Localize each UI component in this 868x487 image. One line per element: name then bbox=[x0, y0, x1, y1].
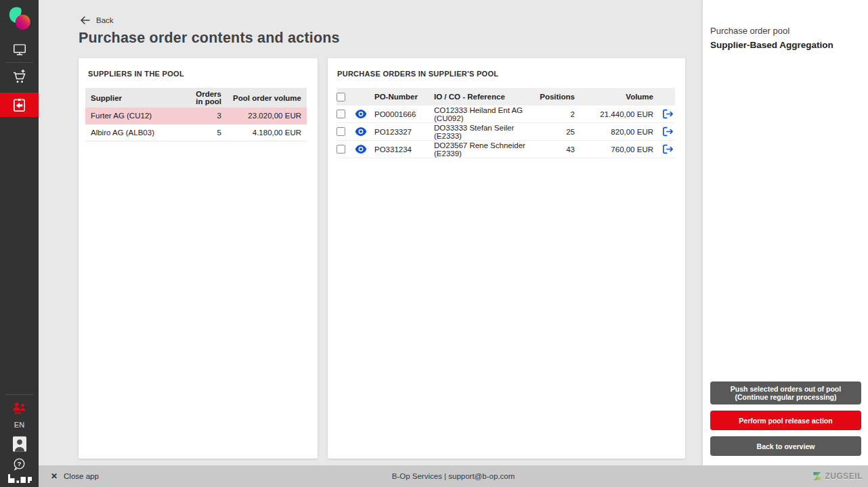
orders-table-header: PO-Number IO / CO - Reference Positions … bbox=[337, 88, 675, 106]
back-button[interactable]: Back bbox=[81, 16, 114, 24]
perform-pool-release-button[interactable]: Perform pool release action bbox=[710, 411, 861, 430]
po-positions: 43 bbox=[533, 145, 575, 154]
push-out-icon[interactable] bbox=[662, 126, 674, 137]
row-checkbox[interactable] bbox=[337, 110, 345, 118]
sidebar-item-purchasing[interactable] bbox=[0, 66, 39, 88]
close-app-label: Close app bbox=[64, 472, 99, 480]
view-order-eye-icon[interactable] bbox=[355, 127, 367, 136]
col-header-volume: Volume bbox=[575, 93, 653, 101]
supplier-name: Furter AG (CU12) bbox=[85, 112, 179, 120]
po-number: PO0001666 bbox=[374, 110, 434, 118]
panel-subtitle: Purchase order pool bbox=[710, 26, 789, 36]
back-label: Back bbox=[96, 16, 114, 24]
col-header-supplier: Supplier bbox=[85, 94, 179, 102]
supplier-pool-volume: 23.020,00 EUR bbox=[221, 112, 307, 120]
po-reference: DO23567 Rene Schneider (E2339) bbox=[434, 141, 533, 158]
row-checkbox[interactable] bbox=[337, 127, 345, 136]
panel-title-aggregation: Supplier-Based Aggregation bbox=[710, 40, 833, 50]
monitor-icon bbox=[12, 42, 27, 57]
push-out-icon[interactable] bbox=[662, 109, 674, 119]
sidebar-item-help[interactable]: ? bbox=[0, 456, 39, 472]
po-number: PO331234 bbox=[374, 145, 434, 154]
col-header-orders-in-pool: Orders in pool bbox=[196, 91, 221, 106]
close-app-button[interactable]: ✕ Close app bbox=[51, 471, 99, 481]
suppliers-panel-title: SUPPLIERS IN THE POOL bbox=[79, 58, 318, 78]
zugseil-logo: ZUGSEIL bbox=[812, 471, 863, 481]
sidebar: EN ? bbox=[0, 0, 39, 487]
supplier-orders-count: 5 bbox=[179, 129, 221, 137]
sidebar-item-user-switch[interactable] bbox=[0, 400, 39, 417]
po-volume: 21.440,00 EUR bbox=[575, 110, 653, 118]
back-to-overview-button[interactable]: Back to overview bbox=[710, 436, 861, 456]
zugseil-z-icon bbox=[812, 471, 822, 481]
footer-bar: ✕ Close app B-Op Services | support@b-op… bbox=[39, 465, 868, 487]
action-panel: Purchase order pool Supplier-Based Aggre… bbox=[703, 0, 868, 465]
col-header-positions: Positions bbox=[533, 93, 575, 101]
footer-support-text: B-Op Services | support@b-op.com bbox=[39, 472, 868, 480]
order-row: PO123327 DO33333 Stefan Seiler (E2333) 2… bbox=[337, 123, 675, 141]
back-arrow-icon bbox=[81, 16, 90, 24]
po-positions: 2 bbox=[533, 110, 575, 118]
purchase-orders-table: PO-Number IO / CO - Reference Positions … bbox=[337, 88, 675, 158]
suppliers-panel: SUPPLIERS IN THE POOL Supplier Orders in… bbox=[79, 58, 318, 459]
app-logo bbox=[0, 5, 39, 32]
supplier-name: Albiro AG (ALB03) bbox=[85, 129, 179, 137]
po-volume: 760,00 EUR bbox=[575, 145, 653, 154]
supplier-orders-count: 3 bbox=[179, 112, 221, 120]
language-switcher[interactable]: EN bbox=[0, 419, 39, 431]
col-header-po-number: PO-Number bbox=[374, 93, 434, 101]
po-reference: DO33333 Stefan Seiler (E2333) bbox=[434, 124, 533, 140]
avatar-icon bbox=[13, 436, 26, 452]
help-icon: ? bbox=[12, 457, 26, 471]
po-positions: 25 bbox=[533, 128, 575, 136]
supplier-row[interactable]: Albiro AG (ALB03) 5 4.180,00 EUR bbox=[85, 124, 307, 141]
col-header-reference: IO / CO - Reference bbox=[434, 93, 533, 101]
bop-logo bbox=[0, 473, 39, 484]
page-title: Purchase order contents and actions bbox=[79, 30, 340, 47]
svg-text:?: ? bbox=[18, 460, 22, 467]
view-order-eye-icon[interactable] bbox=[355, 110, 367, 118]
orders-panel-title: PURCHASE ORDERS IN SUPPLIER'S POOL bbox=[328, 58, 685, 78]
view-order-eye-icon[interactable] bbox=[355, 145, 367, 154]
close-icon: ✕ bbox=[51, 471, 58, 481]
clipboard-return-icon bbox=[12, 97, 27, 113]
suppliers-table-header: Supplier Orders in pool Pool order volum… bbox=[85, 88, 307, 108]
sidebar-divider-bottom bbox=[5, 394, 33, 395]
users-transfer-icon bbox=[11, 402, 28, 415]
purchase-orders-panel: PURCHASE ORDERS IN SUPPLIER'S POOL PO-Nu… bbox=[328, 58, 685, 459]
sidebar-divider-top bbox=[5, 62, 33, 63]
push-out-icon[interactable] bbox=[662, 144, 674, 154]
po-number: PO123327 bbox=[374, 128, 434, 136]
order-row: PO0001666 CO12333 Heiland Ent AG (CU092)… bbox=[337, 106, 675, 123]
supplier-pool-volume: 4.180,00 EUR bbox=[221, 129, 307, 137]
row-checkbox[interactable] bbox=[337, 145, 345, 154]
sidebar-item-desktop[interactable] bbox=[0, 39, 39, 60]
push-selected-orders-button[interactable]: Push selected orders out of pool (Contin… bbox=[710, 381, 861, 404]
sidebar-item-po-pool-active[interactable] bbox=[0, 93, 39, 117]
po-reference: CO12333 Heiland Ent AG (CU092) bbox=[434, 106, 533, 122]
sidebar-item-profile[interactable] bbox=[0, 435, 39, 453]
supplier-row-selected[interactable]: Furter AG (CU12) 3 23.020,00 EUR bbox=[85, 108, 307, 124]
cart-add-icon bbox=[12, 69, 28, 85]
order-row: PO331234 DO23567 Rene Schneider (E2339) … bbox=[337, 141, 675, 158]
select-all-checkbox[interactable] bbox=[337, 93, 345, 101]
po-volume: 820,00 EUR bbox=[575, 128, 653, 136]
col-header-pool-order-volume: Pool order volume bbox=[221, 94, 307, 102]
suppliers-table: Supplier Orders in pool Pool order volum… bbox=[85, 88, 307, 141]
zugseil-wordmark: ZUGSEIL bbox=[825, 471, 863, 481]
